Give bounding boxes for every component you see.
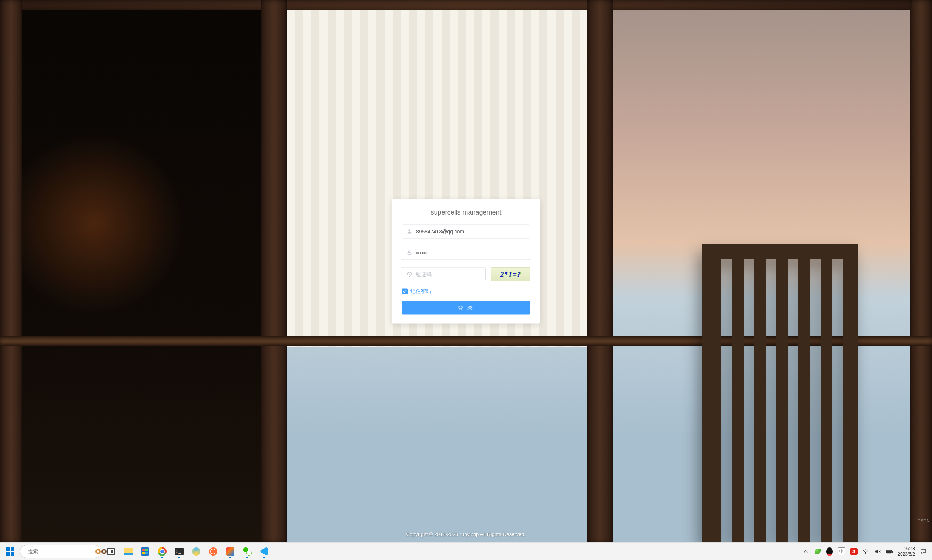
taskbar-clock[interactable]: 16:43 2023/6/2 xyxy=(898,546,915,557)
bg-frame xyxy=(261,0,287,542)
ime-engine-button[interactable]: S xyxy=(850,548,858,555)
wifi-icon xyxy=(863,548,869,555)
bg-frame xyxy=(587,0,613,542)
volume-button[interactable] xyxy=(874,548,881,555)
bg-frame xyxy=(910,0,932,542)
taskbar-app-explorer[interactable] xyxy=(121,544,136,559)
tray-app-icon[interactable] xyxy=(814,548,821,555)
password-field[interactable] xyxy=(401,246,531,260)
taskbar-app-wechat[interactable] xyxy=(240,544,255,559)
windows-taskbar: >_ 中 S 16:43 2023/6/2 xyxy=(0,542,932,560)
start-button[interactable] xyxy=(3,544,18,559)
captcha-field[interactable] xyxy=(401,268,486,282)
notification-icon xyxy=(920,548,926,555)
chrome-icon xyxy=(158,547,167,556)
volume-mute-icon xyxy=(874,548,881,555)
postman-icon xyxy=(209,548,217,555)
taskbar-app-postman[interactable] xyxy=(206,544,221,559)
bg-frame xyxy=(0,0,22,542)
remember-password[interactable]: 记住密码 xyxy=(401,288,531,295)
login-button[interactable]: 登 录 xyxy=(401,302,531,315)
vscode-icon xyxy=(260,548,268,555)
ms-store-icon xyxy=(141,548,149,555)
taskbar-search-input[interactable] xyxy=(28,549,93,554)
svg-point-0 xyxy=(408,229,410,231)
taskbar-app-vscode[interactable] xyxy=(257,544,272,559)
wechat-icon xyxy=(243,548,252,555)
page-background: supercells management 2*1=? xyxy=(0,0,932,542)
ime-language-button[interactable]: 中 xyxy=(838,548,846,555)
battery-icon xyxy=(886,548,893,555)
bg-chair xyxy=(702,244,858,542)
tray-overflow-button[interactable] xyxy=(802,548,810,555)
username-field[interactable] xyxy=(401,225,531,238)
clock-time: 16:43 xyxy=(898,546,915,551)
login-card: supercells management 2*1=? xyxy=(392,199,540,324)
captcha-input[interactable] xyxy=(416,268,481,281)
intellij-icon xyxy=(226,548,234,555)
user-icon xyxy=(406,229,412,234)
leaf-icon xyxy=(815,549,821,554)
svg-marker-5 xyxy=(875,549,878,553)
taskbar-app-terminal[interactable]: >_ xyxy=(172,544,187,559)
taskbar-app-store[interactable] xyxy=(138,544,153,559)
taskbar-app-chrome[interactable] xyxy=(155,544,170,559)
wifi-button[interactable] xyxy=(862,548,869,555)
svg-rect-9 xyxy=(892,551,893,552)
svg-rect-1 xyxy=(407,252,411,255)
bg-frame xyxy=(0,0,932,10)
battery-button[interactable] xyxy=(886,548,893,555)
qq-penguin-icon xyxy=(826,548,833,555)
svg-rect-10 xyxy=(887,551,891,552)
terminal-icon: >_ xyxy=(175,548,184,555)
swirl-browser-icon xyxy=(192,548,200,555)
shield-icon xyxy=(406,271,412,277)
remember-label: 记住密码 xyxy=(410,288,431,295)
username-input[interactable] xyxy=(416,225,526,238)
copyright-text: Copyright © 2018-2023 ruoyi.vip All Righ… xyxy=(0,532,932,537)
login-title: supercells management xyxy=(401,209,531,216)
notifications-button[interactable] xyxy=(920,548,927,555)
task-view-icon xyxy=(107,548,115,555)
svg-point-4 xyxy=(866,553,867,554)
tray-qq-icon[interactable] xyxy=(826,548,833,555)
file-explorer-icon xyxy=(123,548,133,555)
captcha-image[interactable]: 2*1=? xyxy=(491,268,531,282)
bg-interior xyxy=(22,10,261,542)
taskbar-app-intellij[interactable] xyxy=(223,544,238,559)
remember-checkbox[interactable] xyxy=(401,289,407,294)
taskbar-app-browser2[interactable] xyxy=(189,544,204,559)
clock-date: 2023/6/2 xyxy=(898,551,915,557)
task-view-button[interactable] xyxy=(103,544,119,559)
lock-icon xyxy=(406,250,412,256)
password-input[interactable] xyxy=(416,246,526,260)
taskbar-search[interactable] xyxy=(20,545,102,558)
windows-logo-icon xyxy=(6,548,14,555)
